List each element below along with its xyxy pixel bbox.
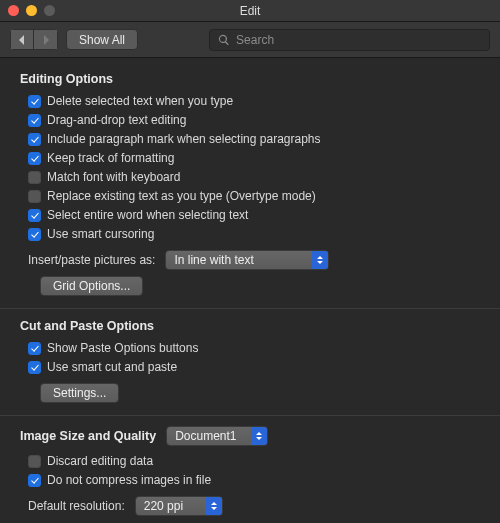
- section-editing-options: Editing Options Delete selected text whe…: [0, 62, 500, 309]
- option-label: Replace existing text as you type (Overt…: [47, 188, 316, 205]
- insert-paste-label: Insert/paste pictures as:: [28, 253, 155, 267]
- section-image-quality: Image Size and Quality Document1 Discard…: [0, 416, 500, 523]
- checkbox[interactable]: [28, 171, 41, 184]
- titlebar: Edit: [0, 0, 500, 22]
- checkbox[interactable]: [28, 190, 41, 203]
- select-value: Document1: [175, 429, 243, 443]
- option-label: Delete selected text when you type: [47, 93, 233, 110]
- insert-paste-select[interactable]: In line with text: [165, 250, 329, 270]
- close-icon[interactable]: [8, 5, 19, 16]
- search-input[interactable]: Search: [209, 29, 490, 51]
- select-value: In line with text: [174, 253, 304, 267]
- section-title: Cut and Paste Options: [20, 319, 480, 333]
- window-controls: [8, 5, 55, 16]
- checkbox[interactable]: [28, 133, 41, 146]
- option-label: Show Paste Options buttons: [47, 340, 198, 357]
- document-select[interactable]: Document1: [166, 426, 268, 446]
- preferences-content: Editing Options Delete selected text whe…: [0, 58, 500, 523]
- window-title: Edit: [240, 4, 261, 18]
- navigation-buttons: [10, 29, 58, 50]
- checkbox[interactable]: [28, 95, 41, 108]
- select-value: 220 ppi: [144, 499, 198, 513]
- checkbox[interactable]: [28, 114, 41, 127]
- checkbox[interactable]: [28, 455, 41, 468]
- forward-button: [34, 29, 58, 50]
- option-label: Include paragraph mark when selecting pa…: [47, 131, 321, 148]
- section-title: Image Size and Quality: [20, 429, 156, 443]
- minimize-icon[interactable]: [26, 5, 37, 16]
- back-button[interactable]: [10, 29, 34, 50]
- grid-options-button[interactable]: Grid Options...: [40, 276, 143, 296]
- option-label: Keep track of formatting: [47, 150, 174, 167]
- chevron-right-icon: [42, 35, 50, 45]
- option-label: Discard editing data: [47, 453, 153, 470]
- checkbox[interactable]: [28, 209, 41, 222]
- option-label: Do not compress images in file: [47, 472, 211, 489]
- chevron-updown-icon: [312, 251, 328, 269]
- toolbar: Show All Search: [0, 22, 500, 58]
- chevron-left-icon: [18, 35, 26, 45]
- default-resolution-select[interactable]: 220 ppi: [135, 496, 223, 516]
- chevron-updown-icon: [251, 427, 267, 445]
- checkbox[interactable]: [28, 228, 41, 241]
- option-label: Use smart cursoring: [47, 226, 154, 243]
- zoom-icon: [44, 5, 55, 16]
- checkbox[interactable]: [28, 474, 41, 487]
- checkbox[interactable]: [28, 361, 41, 374]
- chevron-updown-icon: [206, 497, 222, 515]
- option-label: Drag-and-drop text editing: [47, 112, 186, 129]
- option-label: Use smart cut and paste: [47, 359, 177, 376]
- checkbox[interactable]: [28, 152, 41, 165]
- option-label: Select entire word when selecting text: [47, 207, 248, 224]
- checkbox[interactable]: [28, 342, 41, 355]
- search-placeholder: Search: [236, 33, 274, 47]
- section-cut-paste: Cut and Paste Options Show Paste Options…: [0, 309, 500, 416]
- default-resolution-label: Default resolution:: [28, 499, 125, 513]
- section-title: Editing Options: [20, 72, 480, 86]
- settings-button[interactable]: Settings...: [40, 383, 119, 403]
- search-icon: [218, 34, 230, 46]
- show-all-button[interactable]: Show All: [66, 29, 138, 50]
- option-label: Match font with keyboard: [47, 169, 180, 186]
